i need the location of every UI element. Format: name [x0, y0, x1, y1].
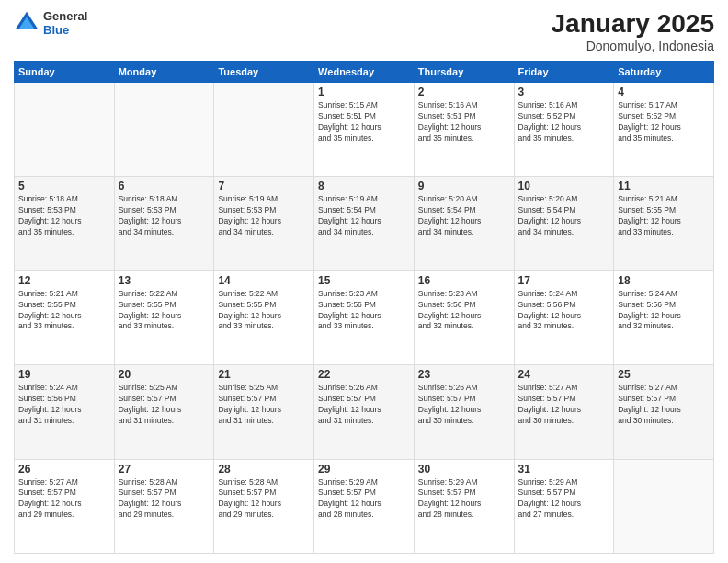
day-number: 17	[518, 274, 610, 287]
calendar-subtitle: Donomulyo, Indonesia	[552, 39, 714, 53]
day-info: Sunrise: 5:28 AM Sunset: 5:57 PM Dayligh…	[218, 477, 310, 522]
week-row-1: 1Sunrise: 5:15 AM Sunset: 5:51 PM Daylig…	[15, 83, 714, 177]
day-info: Sunrise: 5:19 AM Sunset: 5:54 PM Dayligh…	[318, 194, 410, 238]
day-cell: 11Sunrise: 5:21 AM Sunset: 5:55 PM Dayli…	[614, 177, 714, 270]
day-info: Sunrise: 5:15 AM Sunset: 5:51 PM Dayligh…	[318, 100, 410, 144]
day-cell: 17Sunrise: 5:24 AM Sunset: 5:56 PM Dayli…	[514, 270, 614, 364]
header-row: SundayMondayTuesdayWednesdayThursdayFrid…	[15, 62, 714, 83]
day-number: 7	[218, 179, 310, 192]
day-number: 9	[418, 179, 510, 192]
header: General Blue January 2025 Donomulyo, Ind…	[14, 9, 714, 53]
day-number: 16	[418, 274, 510, 287]
day-number: 30	[418, 463, 510, 476]
day-cell: 31Sunrise: 5:29 AM Sunset: 5:57 PM Dayli…	[514, 459, 614, 553]
day-number: 5	[18, 179, 110, 192]
day-number: 14	[218, 274, 310, 287]
week-row-2: 5Sunrise: 5:18 AM Sunset: 5:53 PM Daylig…	[15, 177, 714, 270]
logo-icon	[14, 10, 40, 36]
day-number: 11	[618, 179, 710, 192]
day-number: 10	[518, 179, 610, 192]
day-header-thursday: Thursday	[414, 62, 514, 83]
day-cell	[614, 459, 714, 553]
day-cell: 13Sunrise: 5:22 AM Sunset: 5:55 PM Dayli…	[114, 270, 214, 364]
day-number: 4	[618, 86, 710, 98]
day-number: 25	[618, 368, 710, 381]
day-cell: 26Sunrise: 5:27 AM Sunset: 5:57 PM Dayli…	[15, 459, 115, 553]
day-header-saturday: Saturday	[614, 62, 714, 83]
day-cell: 10Sunrise: 5:20 AM Sunset: 5:54 PM Dayli…	[514, 177, 614, 270]
day-info: Sunrise: 5:16 AM Sunset: 5:51 PM Dayligh…	[418, 100, 510, 144]
day-info: Sunrise: 5:23 AM Sunset: 5:56 PM Dayligh…	[418, 289, 510, 333]
title-section: January 2025 Donomulyo, Indonesia	[552, 9, 714, 53]
day-header-sunday: Sunday	[15, 62, 115, 83]
day-info: Sunrise: 5:17 AM Sunset: 5:52 PM Dayligh…	[618, 100, 710, 144]
day-header-wednesday: Wednesday	[314, 62, 415, 83]
day-info: Sunrise: 5:19 AM Sunset: 5:53 PM Dayligh…	[218, 194, 310, 238]
day-cell: 1Sunrise: 5:15 AM Sunset: 5:51 PM Daylig…	[314, 83, 415, 177]
day-number: 3	[518, 86, 610, 98]
day-cell: 25Sunrise: 5:27 AM Sunset: 5:57 PM Dayli…	[614, 365, 714, 459]
day-cell	[114, 83, 214, 177]
calendar-table: SundayMondayTuesdayWednesdayThursdayFrid…	[14, 61, 714, 554]
calendar-title: January 2025	[552, 9, 714, 39]
logo-text: General Blue	[43, 9, 87, 37]
week-row-4: 19Sunrise: 5:24 AM Sunset: 5:56 PM Dayli…	[15, 365, 714, 459]
day-info: Sunrise: 5:25 AM Sunset: 5:57 PM Dayligh…	[218, 383, 310, 427]
day-info: Sunrise: 5:24 AM Sunset: 5:56 PM Dayligh…	[18, 383, 110, 427]
day-number: 13	[119, 274, 210, 287]
day-info: Sunrise: 5:22 AM Sunset: 5:55 PM Dayligh…	[218, 289, 310, 333]
day-info: Sunrise: 5:27 AM Sunset: 5:57 PM Dayligh…	[18, 477, 110, 522]
day-number: 15	[318, 274, 410, 287]
logo: General Blue	[14, 9, 87, 37]
day-cell: 23Sunrise: 5:26 AM Sunset: 5:57 PM Dayli…	[414, 365, 514, 459]
logo-blue-text: Blue	[43, 23, 87, 37]
day-header-monday: Monday	[114, 62, 214, 83]
day-number: 27	[119, 463, 210, 476]
day-cell: 9Sunrise: 5:20 AM Sunset: 5:54 PM Daylig…	[414, 177, 514, 270]
day-info: Sunrise: 5:26 AM Sunset: 5:57 PM Dayligh…	[318, 383, 410, 427]
day-cell: 24Sunrise: 5:27 AM Sunset: 5:57 PM Dayli…	[514, 365, 614, 459]
day-cell: 22Sunrise: 5:26 AM Sunset: 5:57 PM Dayli…	[314, 365, 415, 459]
day-info: Sunrise: 5:16 AM Sunset: 5:52 PM Dayligh…	[518, 100, 610, 144]
day-cell: 18Sunrise: 5:24 AM Sunset: 5:56 PM Dayli…	[614, 270, 714, 364]
day-info: Sunrise: 5:24 AM Sunset: 5:56 PM Dayligh…	[518, 289, 610, 333]
day-number: 19	[18, 368, 110, 381]
day-number: 28	[218, 463, 310, 476]
day-header-tuesday: Tuesday	[214, 62, 314, 83]
day-info: Sunrise: 5:29 AM Sunset: 5:57 PM Dayligh…	[418, 477, 510, 522]
day-cell: 28Sunrise: 5:28 AM Sunset: 5:57 PM Dayli…	[214, 459, 314, 553]
day-number: 20	[119, 368, 210, 381]
day-cell: 20Sunrise: 5:25 AM Sunset: 5:57 PM Dayli…	[114, 365, 214, 459]
day-info: Sunrise: 5:26 AM Sunset: 5:57 PM Dayligh…	[418, 383, 510, 427]
day-info: Sunrise: 5:22 AM Sunset: 5:55 PM Dayligh…	[119, 289, 210, 333]
day-cell: 21Sunrise: 5:25 AM Sunset: 5:57 PM Dayli…	[214, 365, 314, 459]
day-cell: 16Sunrise: 5:23 AM Sunset: 5:56 PM Dayli…	[414, 270, 514, 364]
day-number: 1	[318, 86, 410, 98]
day-info: Sunrise: 5:29 AM Sunset: 5:57 PM Dayligh…	[518, 477, 610, 522]
day-cell	[15, 83, 115, 177]
day-number: 21	[218, 368, 310, 381]
day-info: Sunrise: 5:28 AM Sunset: 5:57 PM Dayligh…	[119, 477, 210, 522]
week-row-5: 26Sunrise: 5:27 AM Sunset: 5:57 PM Dayli…	[15, 459, 714, 553]
day-info: Sunrise: 5:21 AM Sunset: 5:55 PM Dayligh…	[18, 289, 110, 333]
day-cell: 15Sunrise: 5:23 AM Sunset: 5:56 PM Dayli…	[314, 270, 415, 364]
day-cell	[214, 83, 314, 177]
day-info: Sunrise: 5:20 AM Sunset: 5:54 PM Dayligh…	[518, 194, 610, 238]
day-number: 12	[18, 274, 110, 287]
day-info: Sunrise: 5:18 AM Sunset: 5:53 PM Dayligh…	[18, 194, 110, 238]
day-info: Sunrise: 5:27 AM Sunset: 5:57 PM Dayligh…	[618, 383, 710, 427]
day-number: 24	[518, 368, 610, 381]
day-cell: 3Sunrise: 5:16 AM Sunset: 5:52 PM Daylig…	[514, 83, 614, 177]
logo-general-text: General	[43, 9, 87, 23]
day-number: 23	[418, 368, 510, 381]
day-number: 8	[318, 179, 410, 192]
day-cell: 2Sunrise: 5:16 AM Sunset: 5:51 PM Daylig…	[414, 83, 514, 177]
day-cell: 12Sunrise: 5:21 AM Sunset: 5:55 PM Dayli…	[15, 270, 115, 364]
day-number: 29	[318, 463, 410, 476]
day-info: Sunrise: 5:27 AM Sunset: 5:57 PM Dayligh…	[518, 383, 610, 427]
day-info: Sunrise: 5:23 AM Sunset: 5:56 PM Dayligh…	[318, 289, 410, 333]
day-info: Sunrise: 5:25 AM Sunset: 5:57 PM Dayligh…	[119, 383, 210, 427]
day-info: Sunrise: 5:21 AM Sunset: 5:55 PM Dayligh…	[618, 194, 710, 238]
day-cell: 14Sunrise: 5:22 AM Sunset: 5:55 PM Dayli…	[214, 270, 314, 364]
day-info: Sunrise: 5:24 AM Sunset: 5:56 PM Dayligh…	[618, 289, 710, 333]
